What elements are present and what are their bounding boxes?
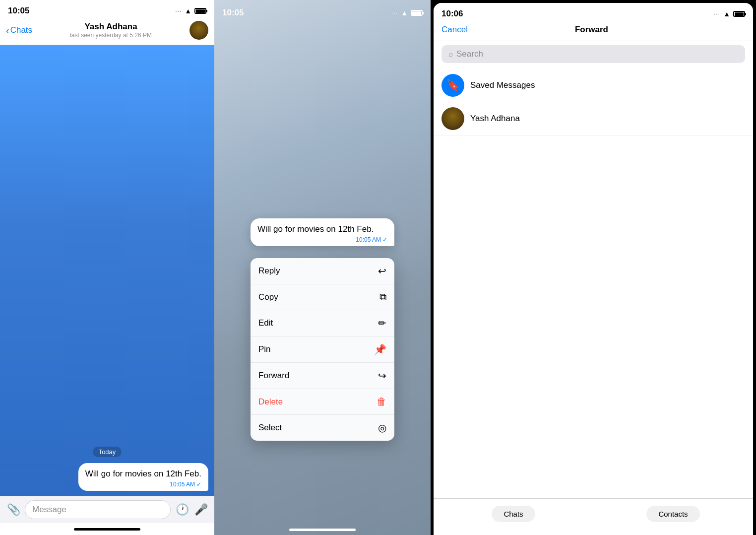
- wifi-icon-2: ▲: [401, 9, 408, 17]
- preview-meta: 10:05 AM ✓: [257, 236, 387, 243]
- signal-icon-1: ···: [175, 7, 182, 14]
- status-icons-2: ··· ▲: [391, 9, 423, 17]
- chats-tab[interactable]: Chats: [434, 503, 593, 525]
- select-label: Select: [258, 423, 282, 433]
- yash-name: Yash Adhana: [470, 114, 520, 124]
- message-checkmark: ✓: [196, 481, 201, 488]
- avatar-image: [189, 21, 208, 40]
- attachment-icon[interactable]: 📎: [6, 502, 21, 517]
- preview-time: 10:05 AM: [356, 236, 381, 243]
- back-button[interactable]: ‹ Chats: [6, 25, 32, 36]
- nav-bar-1: ‹ Chats Yash Adhana last seen yesterday …: [0, 18, 214, 45]
- context-panel: 10:05 ··· ▲ Will go for movies on 12th F…: [214, 0, 431, 535]
- forward-panel: 10:06 ··· ▲ Cancel Forward ⌕ Search: [431, 0, 756, 535]
- home-indicator-2: [289, 529, 356, 531]
- status-bar-1: 10:05 ··· ▲: [0, 0, 214, 18]
- copy-label: Copy: [258, 292, 278, 302]
- message-meta: 10:05 AM ✓: [85, 481, 201, 488]
- forward-title: Forward: [575, 25, 608, 35]
- sticker-icon[interactable]: 🕐: [175, 502, 189, 517]
- nav-center: Yash Adhana last seen yesterday at 5:26 …: [70, 22, 152, 39]
- status-icons-1: ··· ▲: [175, 7, 206, 15]
- status-time-1: 10:05: [8, 6, 29, 16]
- forward-label: Forward: [258, 371, 289, 381]
- bookmark-icon: 🔖: [446, 79, 460, 92]
- last-seen: last seen yesterday at 5:26 PM: [70, 32, 152, 39]
- yash-avatar: [441, 107, 464, 130]
- message-time: 10:05 AM: [170, 481, 195, 488]
- context-pin[interactable]: Pin 📌: [251, 336, 394, 363]
- status-bar-3: 10:06 ··· ▲: [434, 3, 753, 21]
- chat-panel: 10:05 ··· ▲ ‹ Chats Yash Adhana last see…: [0, 0, 214, 535]
- chats-tab-button[interactable]: Chats: [492, 506, 535, 522]
- saved-messages-name: Saved Messages: [470, 80, 535, 90]
- contact-avatar[interactable]: [189, 21, 208, 40]
- status-time-2: 10:05: [222, 8, 244, 18]
- contact-yash[interactable]: Yash Adhana: [434, 102, 753, 135]
- message-bubble[interactable]: Will go for movies on 12th Feb. 10:05 AM…: [78, 463, 208, 491]
- forward-inner: 10:06 ··· ▲ Cancel Forward ⌕ Search: [434, 3, 753, 535]
- context-reply[interactable]: Reply ↩: [251, 258, 394, 284]
- contacts-tab[interactable]: Contacts: [593, 503, 753, 525]
- context-edit[interactable]: Edit ✏: [251, 310, 394, 336]
- select-icon: ◎: [378, 422, 386, 434]
- forward-nav: Cancel Forward: [434, 21, 753, 41]
- delete-label: Delete: [258, 397, 283, 407]
- home-bar-1: [74, 528, 140, 531]
- context-copy[interactable]: Copy ⧉: [251, 284, 394, 310]
- status-time-3: 10:06: [441, 9, 463, 19]
- input-bar: 📎 Message 🕐 🎤: [0, 496, 214, 523]
- wifi-icon-1: ▲: [185, 7, 191, 15]
- home-indicator-1: [0, 523, 214, 535]
- search-icon: ⌕: [448, 50, 453, 59]
- message-input[interactable]: Message: [25, 500, 171, 519]
- context-select[interactable]: Select ◎: [251, 415, 394, 441]
- battery-icon-1: [194, 8, 206, 14]
- search-container: ⌕ Search: [434, 41, 753, 69]
- context-forward[interactable]: Forward ↪: [251, 363, 394, 389]
- context-delete[interactable]: Delete 🗑: [251, 389, 394, 415]
- back-chevron-icon: ‹: [6, 25, 9, 36]
- cancel-button[interactable]: Cancel: [441, 25, 468, 35]
- search-placeholder: Search: [456, 49, 483, 59]
- contact-name: Yash Adhana: [84, 22, 137, 32]
- pin-icon: 📌: [374, 343, 386, 355]
- date-badge: Today: [93, 447, 122, 457]
- delete-icon: 🗑: [377, 396, 386, 407]
- edit-label: Edit: [258, 318, 273, 328]
- signal-icon-2: ···: [391, 9, 398, 16]
- message-text: Will go for movies on 12th Feb.: [85, 468, 201, 480]
- contacts-list: 🔖 Saved Messages Yash Adhana: [434, 69, 753, 498]
- signal-icon-3: ···: [714, 10, 720, 17]
- contact-saved-messages[interactable]: 🔖 Saved Messages: [434, 69, 753, 102]
- preview-text: Will go for movies on 12th Feb.: [257, 223, 387, 235]
- edit-icon: ✏: [378, 317, 386, 329]
- bottom-tabs: Chats Contacts: [434, 498, 753, 535]
- saved-messages-avatar: 🔖: [441, 74, 464, 97]
- back-label: Chats: [10, 25, 32, 35]
- battery-icon-3: [733, 11, 745, 17]
- status-icons-3: ··· ▲: [714, 10, 745, 18]
- reply-label: Reply: [258, 266, 280, 276]
- pin-label: Pin: [258, 344, 271, 354]
- chat-background: Today Will go for movies on 12th Feb. 10…: [0, 45, 214, 496]
- context-menu: Reply ↩ Copy ⧉ Edit ✏ Pin 📌 Forward ↪ De…: [251, 258, 394, 441]
- audio-icon[interactable]: 🎤: [193, 502, 208, 517]
- contacts-tab-button[interactable]: Contacts: [646, 506, 699, 522]
- wifi-icon-3: ▲: [723, 10, 730, 18]
- home-bar-2: [289, 529, 356, 531]
- copy-icon: ⧉: [379, 291, 386, 303]
- forward-icon: ↪: [378, 370, 386, 382]
- search-bar[interactable]: ⌕ Search: [441, 45, 745, 63]
- battery-icon-2: [411, 10, 423, 16]
- preview-checkmark: ✓: [382, 236, 387, 243]
- message-preview: Will go for movies on 12th Feb. 10:05 AM…: [251, 218, 394, 246]
- status-bar-2: 10:05 ··· ▲: [214, 0, 431, 22]
- reply-icon: ↩: [378, 265, 386, 277]
